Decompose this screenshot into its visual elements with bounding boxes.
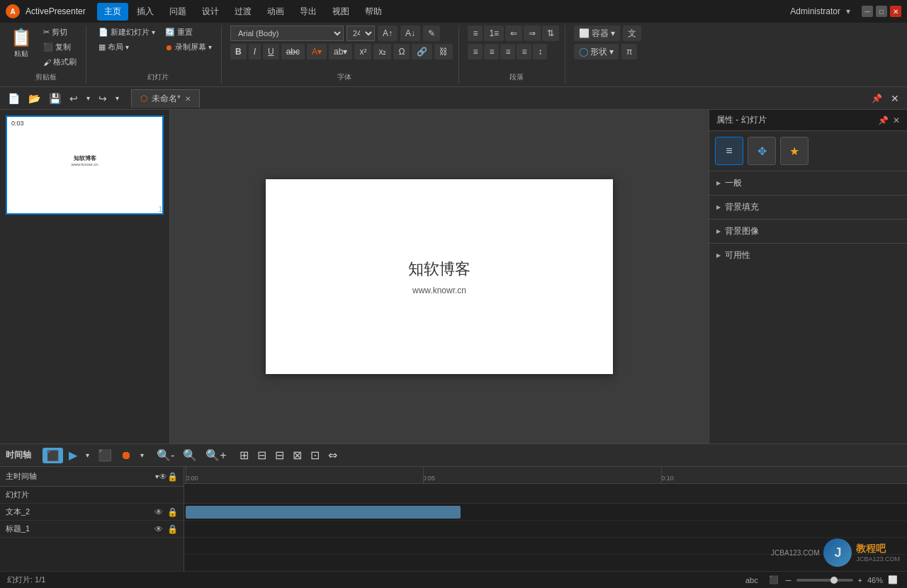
canvas-area[interactable]: 知软博客 www.knowr.cn [170,110,709,443]
split-btn[interactable]: ⊞ [237,447,252,463]
redo-dropdown[interactable]: ▾ [113,92,121,104]
zoom-out-btn[interactable]: 🔍- [154,447,177,463]
menu-animation[interactable]: 动画 [260,3,291,21]
font-size-selector[interactable]: 24 [347,26,375,41]
zoom-in-btn[interactable]: 🔍+ [203,447,229,463]
title1-visibility-icon[interactable]: 👁 [154,524,163,534]
general-section-header[interactable]: ▶ 一般 [709,171,907,195]
menu-design[interactable]: 设计 [195,3,226,21]
props-close-icon[interactable]: ✕ [893,115,900,125]
strikethrough-button[interactable]: abc [281,44,305,60]
format-painter-button[interactable]: 🖌格式刷 [40,55,80,69]
numbered-list-button[interactable]: 1≡ [484,26,504,41]
symbol-button[interactable]: Ω [393,44,410,60]
expand-btn[interactable]: ⇔ [325,447,340,463]
shape-button[interactable]: ◯形状▾ [574,44,619,60]
align-right-button[interactable]: ≡ [500,44,515,60]
new-slide-button[interactable]: 📄新建幻灯片▾ [95,26,159,39]
minimize-button[interactable]: ─ [862,6,873,17]
justify-button[interactable]: ≡ [517,44,531,60]
align-left-button[interactable]: ≡ [468,44,483,60]
menu-export[interactable]: 导出 [293,3,324,21]
stop-button[interactable]: ⬛ [95,447,115,463]
tab-close-button[interactable]: ✕ [185,95,191,103]
layout-button[interactable]: ▦布局▾ [95,40,159,54]
undo-dropdown[interactable]: ▾ [84,92,92,104]
timeline-view-btn[interactable]: ⬛ [43,448,63,463]
fit-slide-button[interactable]: ⬛ [767,573,781,587]
text2-visibility-icon[interactable]: 👁 [154,507,163,517]
menu-transition[interactable]: 过渡 [227,3,259,21]
increase-font-button[interactable]: A↑ [378,26,398,41]
paste-button[interactable]: 📋 粘贴 [6,26,37,61]
play-dropdown[interactable]: ▾ [83,450,92,460]
master-lock-icon[interactable]: 🔒 [167,472,178,482]
bg-fill-section-header[interactable]: ▶ 背景填充 [709,196,907,219]
file-tab[interactable]: ⬡ 未命名* ✕ [131,89,200,108]
maximize-button[interactable]: □ [876,6,887,17]
master-visibility-icon[interactable]: 👁 [159,472,167,482]
panel-close-btn[interactable]: ✕ [889,91,901,106]
decrease-font-button[interactable]: A↓ [400,26,420,41]
text-dir-btn[interactable]: 文 [623,26,641,41]
menu-home[interactable]: 主页 [97,3,128,21]
cut-button[interactable]: ✂剪切 [40,26,80,39]
link-button[interactable]: 🔗 [412,44,432,60]
align-left-tl[interactable]: ⊟ [254,447,269,463]
play-button[interactable]: ▶ [66,447,80,463]
user-dropdown-icon[interactable]: ▾ [846,6,850,16]
reset-button[interactable]: 🔄重置 [162,26,215,39]
font-color-button[interactable]: A▾ [307,44,327,60]
bold-button[interactable]: B [230,44,247,60]
props-tab-layout[interactable]: ✥ [748,137,776,165]
record-dropdown[interactable]: ▾ [137,450,147,460]
save-file-button[interactable]: 💾 [47,91,63,106]
zoom-out-status[interactable]: ─ [784,574,794,587]
underline-button[interactable]: U [263,44,279,60]
zoom-reset-btn[interactable]: 🔍 [180,447,200,463]
align-center-button[interactable]: ≡ [484,44,499,60]
font-name-selector[interactable]: Arial (Body) [230,26,344,41]
align-right-tl[interactable]: ⊟ [272,447,287,463]
new-file-button[interactable]: 📄 [6,91,22,106]
increase-indent-button[interactable]: ⇒ [524,26,541,41]
unlink-button[interactable]: ⛓ [434,44,453,60]
text-direction-button[interactable]: ⇅ [542,26,559,41]
accessibility-section-header[interactable]: ▶ 可用性 [709,244,907,267]
container-button[interactable]: ⬜容器▾ [574,26,620,41]
redo-button[interactable]: ↪ [96,91,109,106]
menu-question[interactable]: 问题 [162,3,193,21]
panel-pin-button[interactable]: 📌 [869,91,884,106]
menu-insert[interactable]: 插入 [130,3,161,21]
zoom-slider[interactable] [796,579,853,582]
title1-lock-icon[interactable]: 🔒 [167,524,178,534]
menu-view[interactable]: 视图 [325,3,356,21]
bg-image-section-header[interactable]: ▶ 背景图像 [709,220,907,243]
superscript-button[interactable]: x² [354,44,371,60]
formula-button[interactable]: π [621,44,637,60]
close-button[interactable]: ✕ [890,6,901,17]
copy-button[interactable]: ⬛复制 [40,40,80,54]
highlight-button[interactable]: ab▾ [329,44,352,60]
record-button[interactable]: ⏺ [118,448,135,463]
props-pin-icon[interactable]: 📌 [878,115,889,125]
fit-window-button[interactable]: ⬜ [886,573,900,587]
record-screen-button[interactable]: ⏺录制屏幕▾ [162,40,215,54]
tl-slide-block[interactable] [186,506,461,519]
trim-btn[interactable]: ⊡ [308,447,322,463]
menu-help[interactable]: 帮助 [358,3,389,21]
slide-thumbnail-1[interactable]: 0:03 知软博客 www.knowr.cn 1 [6,115,164,215]
clear-format-button[interactable]: ✎ [423,26,440,41]
italic-button[interactable]: I [249,44,261,60]
undo-button[interactable]: ↩ [67,91,80,106]
bullet-list-button[interactable]: ≡ [468,26,483,41]
props-tab-animate[interactable]: ★ [780,137,809,165]
props-tab-general[interactable]: ≡ [715,137,743,165]
zoom-in-status[interactable]: + [856,574,864,587]
text2-lock-icon[interactable]: 🔒 [167,507,178,517]
decrease-indent-button[interactable]: ⇐ [505,26,522,41]
open-file-button[interactable]: 📂 [26,91,43,106]
align-both-tl[interactable]: ⊠ [290,447,305,463]
subscript-button[interactable]: x₂ [373,44,391,60]
line-spacing-button[interactable]: ↕ [533,44,547,60]
